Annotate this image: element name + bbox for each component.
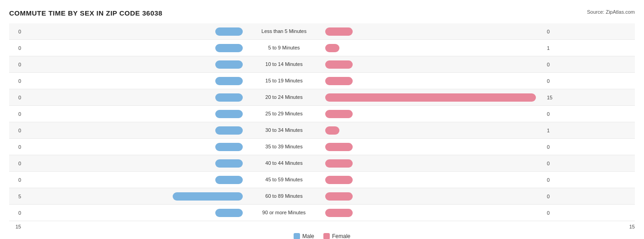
row-label: 15 to 19 Minutes xyxy=(243,78,325,84)
chart-title: COMMUTE TIME BY SEX IN ZIP CODE 36038 xyxy=(9,9,163,17)
female-bar xyxy=(325,143,353,151)
axis-row: 15 15 xyxy=(9,224,635,229)
right-bar-container xyxy=(325,192,545,201)
female-bar xyxy=(325,209,353,217)
male-value: 0 xyxy=(9,128,23,133)
right-bar-container xyxy=(325,143,545,151)
chart-area: 0 Less than 5 Minutes 0 0 5 to 9 Minutes… xyxy=(9,23,635,221)
female-bar xyxy=(325,93,536,102)
male-value: 0 xyxy=(9,45,23,51)
bar-row: 0 5 to 9 Minutes 1 xyxy=(9,40,635,56)
female-value: 0 xyxy=(545,194,559,199)
female-value: 0 xyxy=(545,161,559,166)
right-bar-container xyxy=(325,27,545,36)
male-bar xyxy=(215,209,243,217)
male-swatch xyxy=(294,233,300,239)
legend: Male Female xyxy=(9,233,635,239)
male-bar xyxy=(215,60,243,69)
left-bar-container xyxy=(23,192,243,201)
legend-male: Male xyxy=(294,233,314,239)
row-label: 25 to 29 Minutes xyxy=(243,111,325,117)
left-bar-container xyxy=(23,77,243,85)
bar-row: 0 25 to 29 Minutes 0 xyxy=(9,106,635,122)
female-value: 0 xyxy=(545,177,559,183)
male-bar xyxy=(215,44,243,52)
left-bar-container xyxy=(23,60,243,69)
female-value: 1 xyxy=(545,128,559,133)
female-swatch xyxy=(323,233,330,239)
bar-row: 0 30 to 34 Minutes 1 xyxy=(9,122,635,139)
left-bar-container xyxy=(23,209,243,217)
right-bar-container xyxy=(325,126,545,135)
right-bar-container xyxy=(325,176,545,184)
male-bar xyxy=(215,176,243,184)
bar-row: 0 40 to 44 Minutes 0 xyxy=(9,155,635,172)
left-bar-container xyxy=(23,44,243,52)
right-bar-container xyxy=(325,77,545,85)
male-value: 0 xyxy=(9,78,23,84)
male-value: 0 xyxy=(9,111,23,117)
left-bar-container xyxy=(23,93,243,102)
male-bar xyxy=(215,126,243,135)
female-value: 1 xyxy=(545,45,559,51)
female-bar xyxy=(325,110,353,118)
male-value: 0 xyxy=(9,62,23,67)
row-label: 5 to 9 Minutes xyxy=(243,45,325,51)
female-value: 0 xyxy=(545,62,559,67)
left-bar-container xyxy=(23,27,243,36)
bar-row: 0 45 to 59 Minutes 0 xyxy=(9,172,635,188)
bar-row: 5 60 to 89 Minutes 0 xyxy=(9,188,635,205)
bar-row: 0 10 to 14 Minutes 0 xyxy=(9,56,635,73)
axis-right-label: 15 xyxy=(628,224,635,229)
male-bar xyxy=(215,110,243,118)
chart-container: COMMUTE TIME BY SEX IN ZIP CODE 36038 So… xyxy=(9,9,635,239)
female-bar xyxy=(325,27,353,36)
female-label: Female xyxy=(332,233,350,239)
female-value: 15 xyxy=(545,95,559,100)
male-label: Male xyxy=(302,233,314,239)
row-label: 35 to 39 Minutes xyxy=(243,144,325,150)
male-value: 0 xyxy=(9,177,23,183)
male-value: 0 xyxy=(9,210,23,216)
right-bar-container xyxy=(325,110,545,118)
male-value: 0 xyxy=(9,144,23,150)
left-bar-container xyxy=(23,126,243,135)
axis-left-label: 15 xyxy=(9,224,23,229)
bar-row: 0 20 to 24 Minutes 15 xyxy=(9,89,635,106)
female-bar xyxy=(325,192,353,201)
female-bar xyxy=(325,44,339,52)
male-bar xyxy=(173,192,243,201)
row-label: 20 to 24 Minutes xyxy=(243,94,325,100)
female-value: 0 xyxy=(545,78,559,84)
male-value: 0 xyxy=(9,29,23,34)
male-bar xyxy=(215,27,243,36)
row-label: 40 to 44 Minutes xyxy=(243,160,325,166)
row-label: 90 or more Minutes xyxy=(243,210,325,216)
bar-row: 0 35 to 39 Minutes 0 xyxy=(9,139,635,155)
female-bar xyxy=(325,60,353,69)
male-value: 5 xyxy=(9,194,23,199)
header: COMMUTE TIME BY SEX IN ZIP CODE 36038 So… xyxy=(9,9,635,17)
left-bar-container xyxy=(23,143,243,151)
left-bar-container xyxy=(23,110,243,118)
female-bar xyxy=(325,159,353,168)
male-bar xyxy=(215,77,243,85)
female-value: 0 xyxy=(545,144,559,150)
female-value: 0 xyxy=(545,210,559,216)
row-label: 45 to 59 Minutes xyxy=(243,177,325,183)
row-label: Less than 5 Minutes xyxy=(243,28,325,34)
row-label: 30 to 34 Minutes xyxy=(243,127,325,133)
left-bar-container xyxy=(23,159,243,168)
row-label: 10 to 14 Minutes xyxy=(243,61,325,67)
male-value: 0 xyxy=(9,161,23,166)
right-bar-container xyxy=(325,209,545,217)
right-bar-container xyxy=(325,93,545,102)
female-bar xyxy=(325,176,353,184)
right-bar-container xyxy=(325,44,545,52)
right-bar-container xyxy=(325,60,545,69)
bar-row: 0 90 or more Minutes 0 xyxy=(9,205,635,221)
male-bar xyxy=(215,93,243,102)
row-label: 60 to 89 Minutes xyxy=(243,193,325,199)
female-value: 0 xyxy=(545,29,559,34)
bar-row: 0 15 to 19 Minutes 0 xyxy=(9,73,635,89)
